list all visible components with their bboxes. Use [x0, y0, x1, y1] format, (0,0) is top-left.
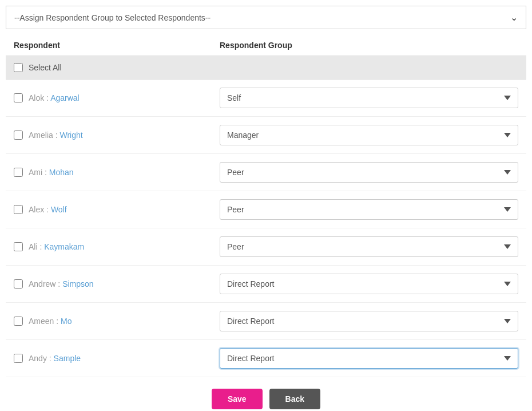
group-select-andrew-simpson[interactable]: SelfManagerPeerDirect Report	[220, 274, 518, 294]
select-all-label[interactable]: Select All	[29, 63, 62, 72]
respondent-cell: Ameen : Mo	[14, 317, 220, 326]
group-cell: SelfManagerPeerDirect Report	[220, 88, 518, 108]
chevron-down-icon: ⌄	[510, 12, 518, 23]
respondent-name: Andrew : Simpson	[29, 279, 94, 289]
checkbox-alex-wolf[interactable]	[14, 205, 23, 214]
group-cell: SelfManagerPeerDirect Report	[220, 199, 518, 220]
respondent-name: Ameen : Mo	[29, 317, 72, 326]
table-row: Amelia : WrightSelfManagerPeerDirect Rep…	[6, 117, 526, 154]
group-cell: SelfManagerPeerDirect Report	[220, 125, 518, 145]
respondent-name: Amelia : Wright	[29, 131, 83, 140]
table-row: Ali : KaymakamSelfManagerPeerDirect Repo…	[6, 228, 526, 266]
checkbox-ameen-mo[interactable]	[14, 317, 23, 326]
table-row: Andrew : SimpsonSelfManagerPeerDirect Re…	[6, 266, 526, 303]
checkbox-andy-sample[interactable]	[14, 354, 23, 363]
table-row: Alok : AgarwalSelfManagerPeerDirect Repo…	[6, 80, 526, 117]
select-all-checkbox[interactable]	[14, 63, 23, 72]
respondent-cell: Andrew : Simpson	[14, 279, 220, 289]
respondent-cell: Ami : Mohan	[14, 168, 220, 177]
group-cell: SelfManagerPeerDirect Report	[220, 311, 518, 331]
checkbox-alok-agarwal[interactable]	[14, 93, 23, 102]
respondent-cell: Alex : Wolf	[14, 205, 220, 214]
respondent-name: Ami : Mohan	[29, 168, 74, 177]
checkbox-ami-mohan[interactable]	[14, 168, 23, 177]
group-select-ami-mohan[interactable]: SelfManagerPeerDirect Report	[220, 162, 518, 183]
select-all-row: Select All	[6, 56, 526, 80]
group-cell: SelfManagerPeerDirect Report	[220, 236, 518, 257]
respondent-name: Alex : Wolf	[29, 205, 67, 214]
group-select-alex-wolf[interactable]: SelfManagerPeerDirect Report	[220, 199, 518, 220]
respondent-name: Alok : Agarwal	[29, 93, 80, 102]
respondent-cell: Alok : Agarwal	[14, 93, 220, 102]
table-row: Andy : SampleSelfManagerPeerDirect Repor…	[6, 340, 526, 377]
assign-dropdown[interactable]: --Assign Respondent Group to Selected Re…	[6, 6, 526, 29]
group-cell: SelfManagerPeerDirect Report	[220, 348, 518, 369]
table-row: Ami : MohanSelfManagerPeerDirect Report	[6, 154, 526, 191]
assign-dropdown-label: --Assign Respondent Group to Selected Re…	[14, 13, 211, 22]
group-cell: SelfManagerPeerDirect Report	[220, 274, 518, 294]
back-button[interactable]: Back	[269, 389, 320, 409]
table-row: Alex : WolfSelfManagerPeerDirect Report	[6, 191, 526, 228]
save-button[interactable]: Save	[212, 389, 263, 409]
col-respondent-header: Respondent	[14, 41, 220, 50]
group-select-alok-agarwal[interactable]: SelfManagerPeerDirect Report	[220, 88, 518, 108]
table-header: Respondent Respondent Group	[6, 35, 526, 56]
group-cell: SelfManagerPeerDirect Report	[220, 162, 518, 183]
page-container: --Assign Respondent Group to Selected Re…	[0, 0, 532, 411]
respondent-cell: Andy : Sample	[14, 354, 220, 363]
checkbox-ali-kaymakam[interactable]	[14, 242, 23, 251]
group-select-amelia-wright[interactable]: SelfManagerPeerDirect Report	[220, 125, 518, 145]
button-row: Save Back	[6, 377, 526, 411]
table-row: Ameen : MoSelfManagerPeerDirect Report	[6, 303, 526, 340]
col-group-header: Respondent Group	[220, 41, 518, 50]
group-select-ameen-mo[interactable]: SelfManagerPeerDirect Report	[220, 311, 518, 331]
checkbox-amelia-wright[interactable]	[14, 131, 23, 140]
respondent-name: Ali : Kaymakam	[29, 242, 84, 251]
checkbox-andrew-simpson[interactable]	[14, 279, 23, 289]
respondent-cell: Ali : Kaymakam	[14, 242, 220, 251]
group-select-ali-kaymakam[interactable]: SelfManagerPeerDirect Report	[220, 236, 518, 257]
group-select-andy-sample[interactable]: SelfManagerPeerDirect Report	[220, 348, 518, 369]
respondent-cell: Amelia : Wright	[14, 131, 220, 140]
respondent-name: Andy : Sample	[29, 354, 81, 363]
rows-container: Alok : AgarwalSelfManagerPeerDirect Repo…	[6, 80, 526, 377]
